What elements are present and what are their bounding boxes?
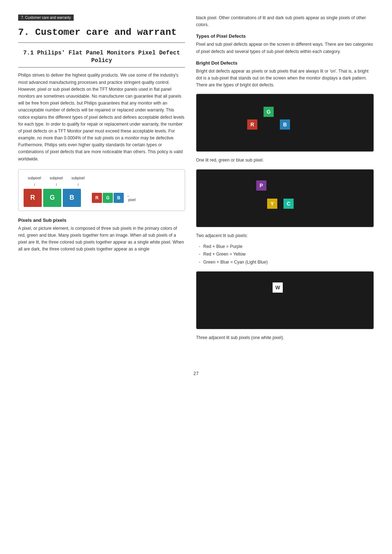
red-box: R — [24, 189, 42, 207]
adjacent-item-1: Red + Blue = Purple — [199, 243, 374, 251]
types-text: Pixel and sub pixel defects appear on th… — [196, 41, 374, 55]
rgb-bright-dot-diagram: R G B — [196, 94, 374, 152]
right-column: black pixel. Other combinations of lit a… — [196, 15, 374, 345]
subpixel-label-3: subpixel — [67, 176, 89, 180]
pixel-small-red: R — [92, 193, 102, 203]
bright-dot-title: Bright Dot Defects — [196, 60, 374, 66]
dot-w: W — [273, 282, 283, 293]
one-lit-caption: One lit red, green or blue sub pixel. — [196, 157, 374, 164]
dot-c: C — [283, 199, 294, 209]
white-bright-dot-diagram: W — [196, 271, 374, 329]
pixels-sub-title: Pixels and Sub pixels — [18, 217, 185, 223]
dot-r: R — [247, 119, 257, 130]
rgb-boxes-large: R G B — [24, 189, 81, 207]
adjacent-list: Red + Blue = Purple Red + Green = Yellow… — [196, 243, 374, 266]
subsection-title: 7.1 Philips' Flat Panel Monitors Pixel D… — [18, 49, 185, 68]
subpixel-labels: subpixel subpixel subpixel — [24, 176, 180, 180]
subpixel-label-1: subpixel — [24, 176, 45, 180]
green-box: G — [43, 189, 61, 207]
subpixel-row: R G B R G B ← pixel — [24, 189, 180, 207]
left-column: 7. Customer care and warranty 7. Custome… — [18, 15, 185, 345]
pyc-bright-dot-diagram: P Y C — [196, 169, 374, 227]
two-adjacent-title: Two adjacent lit sub pixels: — [196, 232, 374, 239]
intro-text: Philips strives to deliver the highest q… — [18, 72, 185, 162]
adjacent-item-3: Green + Blue = Cyan (Light Blue) — [199, 258, 374, 266]
arrow-1: ↓ — [24, 182, 45, 187]
blue-box: B — [63, 189, 81, 207]
dot-y: Y — [267, 199, 277, 209]
arrow-3: ↓ — [67, 182, 89, 187]
subpixel-label-2: subpixel — [45, 176, 67, 180]
subpixel-arrows: ↓ ↓ ↓ — [24, 182, 180, 187]
types-title: Types of Pixel Defects — [196, 33, 374, 39]
pixel-label: pixel — [128, 198, 136, 202]
right-continue-text: black pixel. Other combinations of lit a… — [196, 15, 374, 28]
section-title: 7. Customer care and warrant — [18, 27, 185, 43]
three-adjacent-caption: Three adjacent lit sub pixels (one white… — [196, 334, 374, 341]
pixel-small-green: G — [103, 193, 113, 203]
pixels-sub-text: A pixel, or picture element, is composed… — [18, 225, 185, 253]
subpixel-diagram: subpixel subpixel subpixel ↓ ↓ ↓ R G B R… — [18, 169, 185, 211]
adjacent-item-2: Red + Green = Yellow — [199, 250, 374, 258]
page-number: 27 — [0, 371, 392, 376]
dot-b: B — [280, 119, 290, 130]
dot-p: P — [256, 180, 266, 191]
arrow-2: ↓ — [45, 182, 67, 187]
pixel-small-blue: B — [114, 193, 124, 203]
dot-g: G — [264, 107, 274, 117]
breadcrumb: 7. Customer care and warranty — [18, 15, 74, 21]
bright-dot-text: Bright dot defects appear as pixels or s… — [196, 68, 374, 89]
